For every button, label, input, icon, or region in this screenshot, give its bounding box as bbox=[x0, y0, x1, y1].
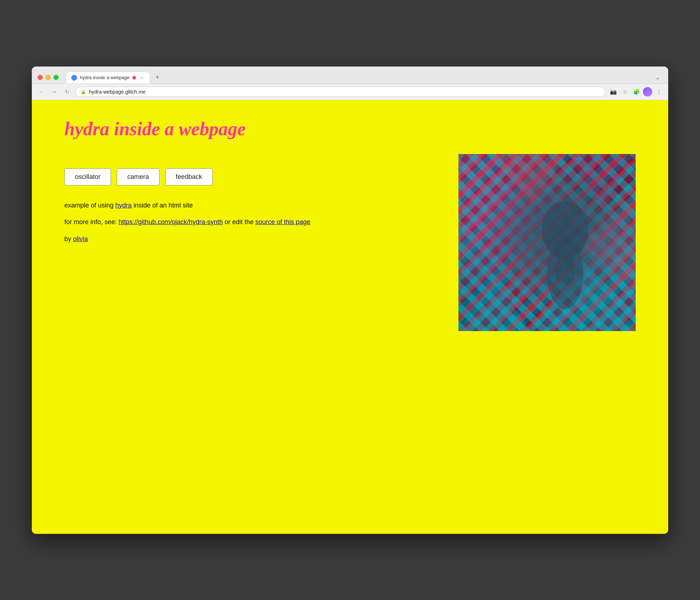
menu-button[interactable]: ⋮ bbox=[654, 87, 664, 97]
nav-icons: 📷 ☆ 🧩 ⋮ bbox=[608, 87, 664, 97]
description-line-2: for more info, see: https://github.com/o… bbox=[64, 217, 444, 228]
forward-button[interactable]: → bbox=[49, 87, 59, 97]
kebab-menu-icon: ⋮ bbox=[656, 89, 662, 95]
recording-dot bbox=[132, 76, 136, 80]
new-tab-button[interactable]: + bbox=[152, 73, 162, 83]
hydra-visual-element bbox=[458, 154, 636, 331]
refresh-button[interactable]: ↻ bbox=[62, 87, 72, 97]
description-suffix-1: inside of an html site bbox=[132, 202, 193, 209]
description-line-1: example of using hydra inside of an html… bbox=[64, 200, 444, 211]
back-button[interactable]: ← bbox=[36, 87, 46, 97]
tab-favicon: 🌐 bbox=[71, 75, 77, 81]
camera-icon: 📷 bbox=[610, 89, 617, 95]
maximize-button[interactable] bbox=[54, 75, 59, 80]
page-content: hydra inside a webpage oscillator camera… bbox=[32, 100, 668, 534]
description-prefix-2: for more info, see: bbox=[64, 218, 119, 226]
hydra-canvas bbox=[458, 154, 636, 331]
description-prefix-3: by bbox=[64, 235, 73, 243]
address-bar[interactable]: 🔒 hydra-webpage.glitch.me bbox=[75, 87, 605, 97]
lock-icon: 🔒 bbox=[81, 89, 86, 94]
page-title: hydra inside a webpage bbox=[64, 118, 636, 140]
star-icon: ☆ bbox=[623, 89, 627, 95]
tab-close-button[interactable]: × bbox=[139, 75, 145, 81]
title-bar: 🌐 hydra inside a webpage × + ⌄ bbox=[32, 67, 668, 84]
svg-marker-1 bbox=[495, 154, 567, 205]
description-section: example of using hydra inside of an html… bbox=[64, 200, 444, 250]
description-line-3: by olivia bbox=[64, 233, 444, 245]
extensions-button[interactable]: 🧩 bbox=[631, 87, 641, 97]
profile-avatar[interactable] bbox=[643, 87, 652, 97]
oscillator-button[interactable]: oscillator bbox=[64, 168, 111, 185]
button-row: oscillator camera feedback bbox=[64, 168, 444, 185]
github-link[interactable]: https://github.com/ojack/hydra-synth bbox=[119, 218, 223, 226]
browser-window: 🌐 hydra inside a webpage × + ⌄ ← → ↻ 🔒 h… bbox=[32, 67, 668, 534]
close-button[interactable] bbox=[38, 75, 43, 80]
puzzle-icon: 🧩 bbox=[633, 89, 640, 95]
traffic-lights bbox=[38, 75, 59, 80]
tabs-area: 🌐 hydra inside a webpage × + ⌄ bbox=[63, 72, 662, 83]
olivia-link[interactable]: olivia bbox=[73, 235, 88, 243]
hydra-link[interactable]: hydra bbox=[115, 202, 132, 209]
svg-rect-8 bbox=[556, 252, 574, 280]
svg-marker-3 bbox=[567, 154, 636, 208]
nav-bar: ← → ↻ 🔒 hydra-webpage.glitch.me 📷 ☆ 🧩 ⋮ bbox=[32, 84, 668, 100]
camera-button[interactable]: camera bbox=[117, 168, 159, 185]
svg-overlay bbox=[458, 154, 636, 331]
browser-expand-button[interactable]: ⌄ bbox=[652, 73, 662, 83]
active-tab[interactable]: 🌐 hydra inside a webpage × bbox=[66, 72, 150, 83]
source-link[interactable]: source of this page bbox=[255, 218, 310, 226]
description-prefix-1: example of using bbox=[64, 202, 115, 209]
video-icon-button[interactable]: 📷 bbox=[608, 87, 618, 97]
description-middle-2: or edit the bbox=[223, 218, 255, 226]
feedback-button[interactable]: feedback bbox=[165, 168, 213, 185]
url-text: hydra-webpage.glitch.me bbox=[89, 89, 600, 95]
tab-title: hydra inside a webpage bbox=[80, 75, 129, 80]
minimize-button[interactable] bbox=[46, 75, 51, 80]
bookmark-button[interactable]: ☆ bbox=[620, 87, 630, 97]
